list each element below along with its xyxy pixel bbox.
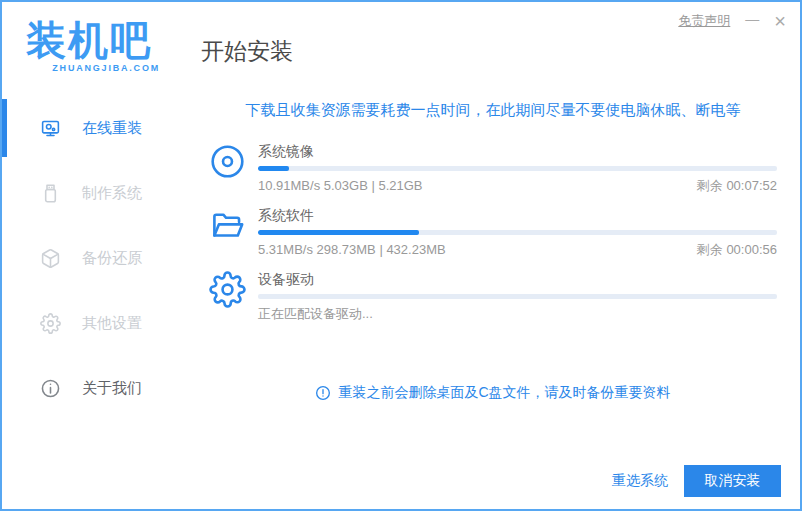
gear-icon [40,313,61,334]
app-logo: 装机吧 ZHUANGJIBA.COM [2,20,187,73]
logo-domain: ZHUANGJIBA.COM [26,63,160,73]
task-name: 系统镜像 [258,143,777,160]
monitor-icon [40,118,61,139]
task-name: 设备驱动 [258,271,777,288]
task-speed-size: 5.31MB/s 298.73MB | 432.23MB [258,242,446,258]
sidebar-item-label: 其他设置 [82,314,142,333]
sidebar-item-label: 制作系统 [82,184,142,203]
info-icon [40,378,61,399]
header: 装机吧 ZHUANGJIBA.COM 开始安装 免责声明 — × [2,2,800,90]
app-window: 装机吧 ZHUANGJIBA.COM 开始安装 免责声明 — × 在线重装 [0,0,802,511]
sidebar: 在线重装 制作系统 [2,90,187,509]
progress-bar [258,294,777,299]
sidebar-item-online-reinstall[interactable]: 在线重装 [2,96,187,161]
gear-icon [209,271,246,308]
progress-bar [258,230,777,235]
progress-bar [258,166,777,171]
sidebar-item-label: 关于我们 [82,379,142,398]
progress-bar-fill [258,230,419,235]
page-title: 开始安装 [201,36,293,67]
sidebar-item-other-settings[interactable]: 其他设置 [2,291,187,356]
cancel-install-button[interactable]: 取消安装 [684,465,781,497]
minimize-button[interactable]: — [745,12,759,26]
disclaimer-link[interactable]: 免责声明 [678,12,730,30]
sidebar-item-about-us[interactable]: 关于我们 [2,356,187,421]
footer-actions: 重选系统 取消安装 [612,465,781,497]
disc-icon [209,143,246,180]
task-row-system-image: 系统镜像 10.91MB/s 5.03GB | 5.21GB 剩余 00:07:… [209,143,777,194]
close-button[interactable]: × [774,11,786,31]
backup-warning: 重装之前会删除桌面及C盘文件，请及时备份重要资料 [209,384,777,402]
task-name: 系统软件 [258,207,777,224]
sidebar-item-make-system[interactable]: 制作系统 [2,161,187,226]
sidebar-item-backup-restore[interactable]: 备份还原 [2,226,187,291]
main-content: 下载且收集资源需要耗费一点时间，在此期间尽量不要使电脑休眠、断电等 系统镜像 1… [187,90,800,509]
window-controls: 免责声明 — × [678,11,786,31]
task-status-text: 正在匹配设备驱动... [258,306,373,322]
window-body: 在线重装 制作系统 [2,90,800,509]
usb-icon [40,183,61,204]
task-time-remaining: 剩余 00:00:56 [697,242,777,258]
progress-bar-fill [258,166,289,171]
task-row-device-drivers: 设备驱动 正在匹配设备驱动... [209,271,777,322]
logo-text: 装机吧 [26,20,187,60]
backup-warning-text: 重装之前会删除桌面及C盘文件，请及时备份重要资料 [338,384,670,402]
reselect-system-button[interactable]: 重选系统 [612,472,668,490]
sidebar-item-label: 备份还原 [82,249,142,268]
task-row-system-software: 系统软件 5.31MB/s 298.73MB | 432.23MB 剩余 00:… [209,207,777,258]
backup-box-icon [40,248,61,269]
task-time-remaining: 剩余 00:07:52 [697,178,777,194]
download-notice: 下载且收集资源需要耗费一点时间，在此期间尽量不要使电脑休眠、断电等 [209,100,777,120]
sidebar-item-label: 在线重装 [82,119,142,138]
folder-open-icon [209,207,246,244]
task-speed-size: 10.91MB/s 5.03GB | 5.21GB [258,178,423,194]
alert-circle-icon [315,385,331,401]
